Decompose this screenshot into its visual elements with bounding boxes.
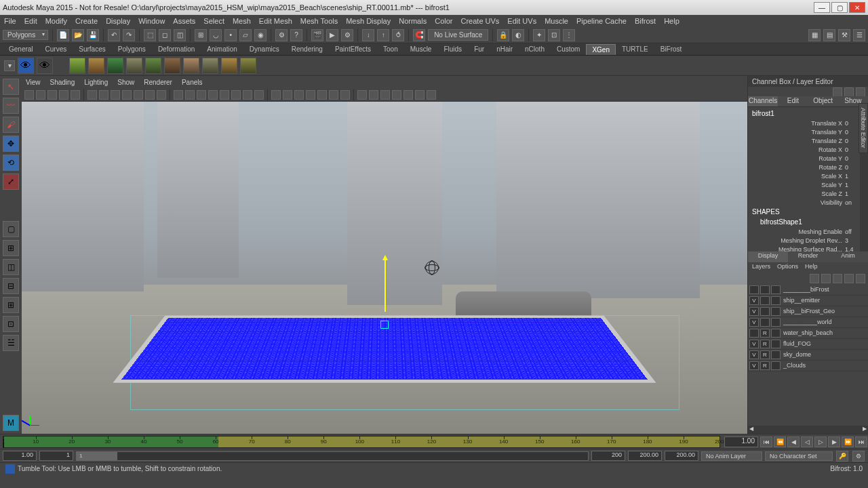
attr-row[interactable]: Meshing Surface Rad...1.4 <box>749 245 867 251</box>
play-forward-icon[interactable]: ▷ <box>814 436 827 447</box>
menu-file[interactable]: File <box>4 17 16 25</box>
step-forward-icon[interactable]: ▶ <box>828 436 840 447</box>
layer-h-scroll[interactable]: ◀▶ <box>748 426 868 434</box>
layer-type-toggle[interactable]: R <box>760 329 770 338</box>
attr-row[interactable]: Scale Y1 <box>749 180 867 189</box>
menu-display[interactable]: Display <box>106 17 130 25</box>
anim-layer-menu[interactable]: No Anim Layer <box>701 451 762 461</box>
vp-toolbar-btn-27[interactable] <box>357 90 367 100</box>
snap-point-icon[interactable]: • <box>224 29 237 41</box>
vp-menu-show[interactable]: Show <box>117 79 134 86</box>
vp-toolbar-btn-13[interactable] <box>185 90 195 100</box>
shelf-tab-deformation[interactable]: Deformation <box>152 43 201 55</box>
vp-toolbar-btn-20[interactable] <box>271 90 281 100</box>
vp-toolbar-btn-25[interactable] <box>329 90 338 100</box>
menu-assets[interactable]: Assets <box>173 17 195 25</box>
menu-create-uvs[interactable]: Create UVs <box>460 17 499 25</box>
four-pane-icon[interactable]: ⊞ <box>3 240 19 256</box>
layer-icon-1[interactable] <box>810 274 819 283</box>
minimize-button[interactable]: — <box>814 2 830 13</box>
vp-menu-renderer[interactable]: Renderer <box>144 79 172 86</box>
vp-toolbar-btn-16[interactable] <box>220 90 229 100</box>
menu-mesh-tools[interactable]: Mesh Tools <box>300 17 338 25</box>
shelf-icon-5[interactable] <box>126 58 142 74</box>
vp-menu-panels[interactable]: Panels <box>182 79 203 86</box>
step-back-key-icon[interactable]: ⏪ <box>774 436 786 447</box>
layer-type-toggle[interactable] <box>760 296 770 305</box>
tool-settings-toggle-icon[interactable]: ⚒ <box>838 29 850 41</box>
anim-prefs-icon[interactable]: ⚙ <box>852 451 865 462</box>
layer-visibility-toggle[interactable]: V <box>749 296 759 305</box>
help-icon[interactable]: ? <box>290 29 302 41</box>
shelf-options-icon[interactable]: ▾ <box>4 60 15 71</box>
vp-toolbar-btn-10[interactable] <box>145 90 155 100</box>
range-start-field[interactable]: 1 <box>39 451 73 461</box>
lock-selection-icon[interactable]: 🔒 <box>497 29 509 41</box>
close-button[interactable]: ✕ <box>849 2 865 13</box>
layer-name[interactable]: ship__emitter <box>782 297 867 304</box>
vp-toolbar-btn-14[interactable] <box>197 90 206 100</box>
select-by-object-icon[interactable]: ◻ <box>159 29 171 41</box>
node-name[interactable]: bifrost1 <box>749 108 867 119</box>
anim-end-field[interactable]: 200.00 <box>628 451 662 461</box>
layer-row[interactable]: ________biFrost <box>748 285 868 296</box>
vp-toolbar-btn-11[interactable] <box>157 90 166 100</box>
misc-icon[interactable]: ⋮ <box>563 29 575 41</box>
layer-tab-display[interactable]: Display <box>748 251 788 262</box>
go-to-end-icon[interactable]: ⏭ <box>855 436 867 447</box>
render-settings-icon[interactable]: ⚙ <box>341 29 353 41</box>
attr-row[interactable]: Translate Z0 <box>749 136 867 145</box>
shelf-icon-4[interactable] <box>107 58 123 74</box>
vp-toolbar-btn-0[interactable] <box>24 90 34 100</box>
layer-visibility-toggle[interactable]: V <box>749 350 759 359</box>
shelf-tab-ncloth[interactable]: nCloth <box>519 43 551 55</box>
live-surface-field[interactable]: No Live Surface <box>428 29 488 41</box>
shelf-tab-turtle[interactable]: TURTLE <box>616 43 654 55</box>
two-pane-side-icon[interactable]: ◫ <box>3 259 19 275</box>
shelf-icon-7[interactable] <box>164 58 180 74</box>
layer-row[interactable]: VRfluid_FOG <box>748 339 868 350</box>
menu-bifrost[interactable]: Bifrost <box>635 17 656 25</box>
shelf-tab-dynamics[interactable]: Dynamics <box>243 43 285 55</box>
layer-tab-render[interactable]: Render <box>788 251 828 262</box>
layer-color-swatch[interactable] <box>771 340 781 348</box>
vp-toolbar-btn-3[interactable] <box>59 90 68 100</box>
shape-node-name[interactable]: bifrostShape1 <box>749 217 867 227</box>
menu-normals[interactable]: Normals <box>399 17 427 25</box>
layer-name[interactable]: ship__biFrost_Geo <box>782 308 867 314</box>
layer-menu-help[interactable]: Help <box>805 263 818 272</box>
layer-row[interactable]: Vship__biFrost_Geo <box>748 306 868 317</box>
layer-visibility-toggle[interactable]: V <box>749 361 759 370</box>
anim-end2-field[interactable]: 200.00 <box>665 451 698 461</box>
layer-tab-anim[interactable]: Anim <box>828 251 868 262</box>
attr-row[interactable]: Rotate Z0 <box>749 163 867 171</box>
vp-toolbar-btn-4[interactable] <box>71 90 80 100</box>
shelf-tab-rendering[interactable]: Rendering <box>285 43 329 55</box>
vp-toolbar-btn-6[interactable] <box>99 90 108 100</box>
shelf-icon-6[interactable] <box>145 58 161 74</box>
layer-row[interactable]: V__________world <box>748 317 868 328</box>
vp-toolbar-btn-5[interactable] <box>87 90 97 100</box>
attribute-editor-toggle-icon[interactable]: ▤ <box>823 29 835 41</box>
layer-color-swatch[interactable] <box>771 296 781 305</box>
shelf-icon-9[interactable] <box>202 58 218 74</box>
render-view-icon[interactable]: 🎬 <box>311 29 323 41</box>
attribute-editor-tab[interactable]: Attribute Editor <box>859 103 868 153</box>
range-slider[interactable]: 1 <box>76 451 589 461</box>
shelf-icon-2[interactable] <box>69 58 85 74</box>
inputs-icon[interactable]: ↓ <box>362 29 374 41</box>
layer-type-toggle[interactable] <box>760 285 770 294</box>
layer-row[interactable]: Vship__emitter <box>748 296 868 306</box>
menu-select[interactable]: Select <box>203 17 224 25</box>
vp-toolbar-btn-9[interactable] <box>134 90 143 100</box>
menu-create[interactable]: Create <box>75 17 98 25</box>
shelf-tab-custom[interactable]: Custom <box>551 43 586 55</box>
toggle-construction-icon[interactable]: ⚙ <box>275 29 288 41</box>
character-set-menu[interactable]: No Character Set <box>765 451 833 461</box>
layer-menu-options[interactable]: Options <box>777 263 798 272</box>
scale-tool[interactable]: ⤢ <box>3 174 19 190</box>
vp-toolbar-btn-1[interactable] <box>36 90 45 100</box>
ipr-render-icon[interactable]: ▶ <box>326 29 338 41</box>
menu-edit-uvs[interactable]: Edit UVs <box>507 17 536 25</box>
outputs-icon[interactable]: ↑ <box>377 29 389 41</box>
